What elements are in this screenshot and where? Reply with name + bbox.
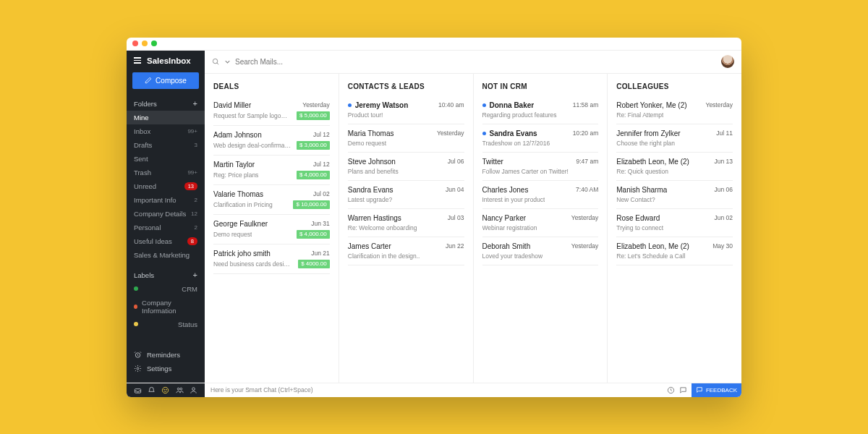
mail-item[interactable]: Manish SharmaJun 06New Contact?: [616, 181, 733, 209]
sidebar-item-count: 3: [195, 142, 197, 148]
mail-item[interactable]: Steve JohnsonJul 06Plans and benefits: [348, 153, 464, 181]
window-minimize-icon[interactable]: [142, 41, 148, 46]
mail-item[interactable]: Sandra EvansJun 04Latest upgrade?: [348, 181, 464, 209]
people-status-icon[interactable]: [176, 386, 184, 394]
mail-item[interactable]: Rose EdwardJun 02Trying to connect: [616, 209, 733, 237]
sidebar-item-personal[interactable]: Personal2: [127, 221, 205, 234]
deal-amount: $ 4000.00: [298, 260, 330, 268]
sidebar-item-sales-marketing[interactable]: Sales & Marketing: [127, 248, 205, 262]
mail-item[interactable]: Warren HastingsJul 03Re: Welcome onboard…: [348, 209, 464, 237]
mail-item[interactable]: Nancy ParkerYesterdayWebinar registratio…: [482, 209, 599, 237]
mail-subject: Trying to connect: [616, 224, 663, 231]
sidebar-item-important-info[interactable]: Important Info2: [127, 193, 205, 207]
sidebar-item-mine[interactable]: Mine: [127, 111, 205, 124]
mail-subject: Re: Final Attempt: [616, 111, 663, 119]
svg-point-1: [137, 367, 139, 370]
mail-sender: Sandra Evans: [348, 186, 393, 194]
window-close-icon[interactable]: [132, 41, 138, 46]
mail-item[interactable]: Sandra Evans10:20 amTradeshow on 12/7/20…: [482, 124, 599, 153]
sidebar: SalesInbox Compose Folders + MineInbox99…: [127, 51, 205, 383]
window-maximize-icon[interactable]: [151, 41, 157, 46]
unread-dot-icon: [482, 132, 486, 135]
sidebar-item-inbox[interactable]: Inbox99+: [127, 124, 205, 138]
inbox-status-icon[interactable]: [134, 386, 142, 394]
mail-item[interactable]: Jeremy Watson10:40 amProduct tour!: [348, 96, 464, 124]
add-folder-icon[interactable]: +: [193, 100, 197, 108]
sidebar-alarm-item[interactable]: Reminders: [127, 348, 205, 362]
sidebar-item-label: Sent: [134, 155, 148, 163]
mail-sender: Rose Edward: [616, 214, 660, 222]
mail-sender: Patrick joho smith: [213, 250, 271, 258]
mail-subject: Clarification in the design..: [348, 252, 420, 260]
mail-item[interactable]: David MillerYesterdayRequest for Sample …: [213, 96, 330, 126]
mail-sender: Elizabeth Leon, Me (2): [616, 158, 689, 166]
mail-item[interactable]: Adam JohnsonJul 12Web design deal-confir…: [213, 126, 330, 156]
menu-icon[interactable]: [134, 57, 141, 64]
mail-subject: Re: Welcome onboarding: [348, 224, 417, 231]
sidebar-label-text: Status: [178, 320, 197, 328]
sidebar-label-crm[interactable]: CRM: [127, 282, 205, 296]
mail-item[interactable]: Charles Jones7:40 AMInterest in your pro…: [482, 181, 599, 209]
mail-item[interactable]: James CarterJun 22Clarification in the d…: [348, 237, 464, 265]
mail-subject: Re: Let's Schedule a Call: [616, 252, 685, 260]
sidebar-item-unreed[interactable]: Unreed13: [127, 179, 205, 193]
svg-point-5: [163, 387, 169, 393]
clock-icon[interactable]: [667, 386, 675, 394]
compose-button[interactable]: Compose: [132, 72, 199, 89]
sidebar-item-drafts[interactable]: Drafts3: [127, 138, 205, 152]
mail-item[interactable]: George FaulknerJun 31Demo request$ 4,000…: [213, 215, 330, 244]
emoji-status-icon[interactable]: [161, 386, 169, 394]
feedback-icon: [696, 386, 703, 393]
smart-chat-hint[interactable]: Here is your Smart Chat (Ctrl+Space): [205, 383, 663, 397]
sidebar-item-label: Trash: [134, 169, 151, 176]
mail-item[interactable]: Maria ThomasYesterdayDemo request: [348, 124, 464, 153]
feedback-button[interactable]: FEEDBACK: [692, 383, 741, 397]
person-status-icon[interactable]: [190, 386, 197, 394]
mail-subject: Re: Quick question: [616, 168, 668, 175]
mail-time: Yesterday: [571, 214, 599, 221]
sidebar-label-company-information[interactable]: Company Information: [127, 296, 205, 318]
mail-item[interactable]: Robert Yonker, Me (2)YesterdayRe: Final …: [616, 96, 733, 124]
column-title: DEALS: [205, 74, 339, 96]
mail-sender: Charles Jones: [482, 186, 529, 194]
mail-item[interactable]: Elizabeth Leon, Me (2)May 30Re: Let's Sc…: [616, 237, 733, 265]
mail-item[interactable]: Patrick joho smithJun 21Need business ca…: [213, 244, 330, 274]
sidebar-label-status[interactable]: Status: [127, 318, 205, 331]
labels-header-label: Labels: [134, 271, 154, 279]
mail-time: Yesterday: [437, 129, 464, 137]
mail-subject: Plans and benefits: [348, 168, 399, 175]
column-title: COLLEAGUES: [608, 74, 741, 96]
notification-status-icon[interactable]: [148, 386, 156, 394]
sidebar-item-company-details[interactable]: Company Details12: [127, 207, 205, 221]
sidebar-item-count: 99+: [187, 128, 197, 135]
deal-amount: $ 3,000.00: [297, 141, 330, 150]
svg-point-8: [177, 388, 179, 390]
sidebar-item-sent[interactable]: Sent: [127, 152, 205, 166]
mail-subject: Latest upgrade?: [348, 196, 392, 203]
mail-item[interactable]: Martin TaylorJul 12Reg: Price plans$ 4,0…: [213, 156, 330, 185]
svg-point-7: [166, 389, 167, 390]
mail-sender: George Faulkner: [213, 220, 268, 228]
mail-item[interactable]: Valarie ThomasJul 02Clarification in Pri…: [213, 185, 330, 215]
mail-sender: Martin Taylor: [213, 161, 255, 169]
add-label-icon[interactable]: +: [193, 271, 197, 279]
mail-time: Jul 12: [313, 131, 330, 138]
sidebar-gear-item[interactable]: Settings: [127, 362, 205, 375]
unread-dot-icon: [348, 103, 352, 107]
sidebar-item-trash[interactable]: Trash99+: [127, 166, 205, 179]
mail-item[interactable]: Twitter9:47 amFollow James Carter on Twi…: [482, 153, 599, 181]
mail-subject: New Contact?: [616, 196, 655, 203]
mail-item[interactable]: Donna Baker11:58 amRegarding product fea…: [482, 96, 599, 124]
search-input[interactable]: [235, 58, 716, 66]
sidebar-item-label: Drafts: [134, 141, 152, 149]
mail-item[interactable]: Jennifer from ZylkerJul 11Choose the rig…: [616, 124, 733, 153]
avatar[interactable]: [721, 55, 734, 68]
mail-item[interactable]: Elizabeth Leon, Me (2)Jun 13Re: Quick qu…: [616, 153, 733, 181]
brand-name: SalesInbox: [147, 56, 191, 65]
column-deals: DEALSDavid MillerYesterdayRequest for Sa…: [205, 74, 339, 383]
mail-item[interactable]: Deborah SmithYesterdayLoved your tradesh…: [482, 237, 599, 265]
chevron-down-icon[interactable]: [225, 59, 230, 64]
mail-subject: Webinar registration: [482, 224, 537, 231]
chat-icon[interactable]: [679, 386, 687, 394]
sidebar-item-useful-ideas[interactable]: Useful Ideas8: [127, 234, 205, 248]
